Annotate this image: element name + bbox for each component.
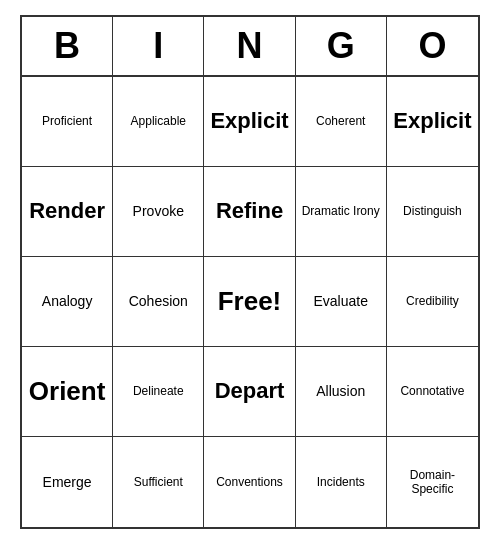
header-letter-i: I <box>113 17 204 75</box>
header-letter-g: G <box>296 17 387 75</box>
bingo-cell-3: Coherent <box>296 77 387 167</box>
cell-text-2: Explicit <box>210 108 288 134</box>
cell-text-22: Conventions <box>216 475 283 489</box>
bingo-cell-16: Delineate <box>113 347 204 437</box>
bingo-cell-7: Refine <box>204 167 295 257</box>
cell-text-5: Render <box>29 198 105 224</box>
cell-text-17: Depart <box>215 378 285 404</box>
cell-text-9: Distinguish <box>403 204 462 218</box>
bingo-cell-1: Applicable <box>113 77 204 167</box>
bingo-cell-12: Free! <box>204 257 295 347</box>
cell-text-19: Connotative <box>400 384 464 398</box>
cell-text-24: Domain-Specific <box>393 468 472 497</box>
cell-text-7: Refine <box>216 198 283 224</box>
cell-text-1: Applicable <box>131 114 186 128</box>
bingo-cell-6: Provoke <box>113 167 204 257</box>
cell-text-21: Sufficient <box>134 475 183 489</box>
bingo-cell-8: Dramatic Irony <box>296 167 387 257</box>
cell-text-14: Credibility <box>406 294 459 308</box>
cell-text-10: Analogy <box>42 293 93 310</box>
cell-text-23: Incidents <box>317 475 365 489</box>
bingo-cell-11: Cohesion <box>113 257 204 347</box>
bingo-cell-5: Render <box>22 167 113 257</box>
bingo-grid: ProficientApplicableExplicitCoherentExpl… <box>22 77 478 527</box>
bingo-cell-23: Incidents <box>296 437 387 527</box>
cell-text-16: Delineate <box>133 384 184 398</box>
cell-text-11: Cohesion <box>129 293 188 310</box>
bingo-cell-10: Analogy <box>22 257 113 347</box>
bingo-cell-14: Credibility <box>387 257 478 347</box>
header-letter-n: N <box>204 17 295 75</box>
header-letter-o: O <box>387 17 478 75</box>
cell-text-4: Explicit <box>393 108 471 134</box>
bingo-cell-13: Evaluate <box>296 257 387 347</box>
bingo-cell-15: Orient <box>22 347 113 437</box>
cell-text-13: Evaluate <box>313 293 367 310</box>
bingo-cell-20: Emerge <box>22 437 113 527</box>
bingo-cell-2: Explicit <box>204 77 295 167</box>
bingo-cell-21: Sufficient <box>113 437 204 527</box>
cell-text-6: Provoke <box>133 203 184 220</box>
cell-text-8: Dramatic Irony <box>302 204 380 218</box>
cell-text-18: Allusion <box>316 383 365 400</box>
bingo-card: BINGO ProficientApplicableExplicitCohere… <box>20 15 480 529</box>
bingo-cell-18: Allusion <box>296 347 387 437</box>
bingo-header: BINGO <box>22 17 478 77</box>
bingo-cell-0: Proficient <box>22 77 113 167</box>
cell-text-0: Proficient <box>42 114 92 128</box>
cell-text-20: Emerge <box>43 474 92 491</box>
bingo-cell-24: Domain-Specific <box>387 437 478 527</box>
header-letter-b: B <box>22 17 113 75</box>
cell-text-12: Free! <box>218 286 282 317</box>
bingo-cell-19: Connotative <box>387 347 478 437</box>
cell-text-3: Coherent <box>316 114 365 128</box>
bingo-cell-9: Distinguish <box>387 167 478 257</box>
bingo-cell-22: Conventions <box>204 437 295 527</box>
bingo-cell-17: Depart <box>204 347 295 437</box>
bingo-cell-4: Explicit <box>387 77 478 167</box>
cell-text-15: Orient <box>29 376 106 407</box>
